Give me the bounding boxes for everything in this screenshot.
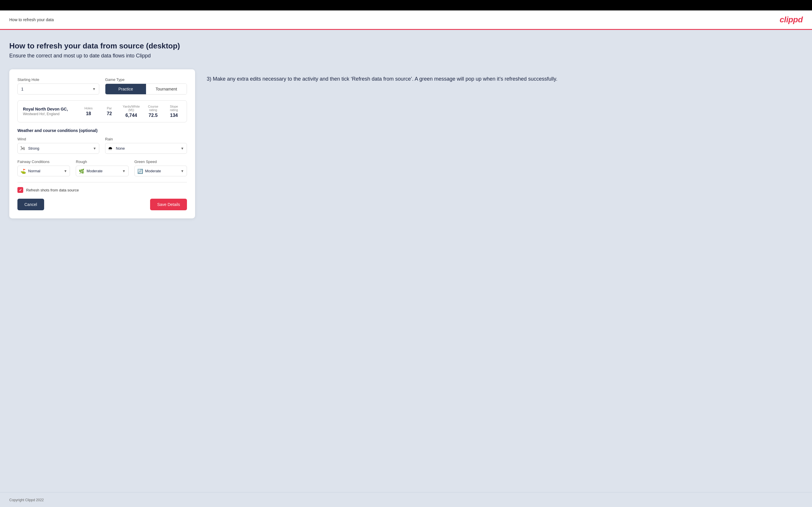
- slope-rating-value: 134: [170, 113, 178, 118]
- starting-hole-select-wrapper[interactable]: 1 10 ▼: [17, 83, 99, 95]
- green-speed-select[interactable]: Moderate Slow Fast: [135, 166, 187, 176]
- course-location: Westward Ho!, England: [23, 112, 75, 116]
- footer: Copyright Clippd 2022: [0, 492, 812, 507]
- starting-hole-select[interactable]: 1 10: [17, 83, 99, 95]
- refresh-checkbox[interactable]: [17, 187, 23, 193]
- page-subheading: Ensure the correct and most up to date d…: [9, 53, 803, 59]
- yards-value: 6,744: [125, 113, 137, 118]
- fairway-group: Fairway Conditions ⛳ Normal Soft Firm ▼: [17, 160, 70, 176]
- holes-label: Holes: [81, 106, 96, 110]
- refresh-checkbox-row[interactable]: Refresh shots from data source: [17, 187, 187, 193]
- wind-group: Wind 🌬 Strong Light None ▼: [17, 137, 99, 154]
- course-stat-holes: Holes 18: [81, 106, 96, 116]
- header: How to refresh your data clippd: [0, 10, 812, 30]
- top-form-row: Starting Hole 1 10 ▼ Game Type Practice …: [17, 77, 187, 95]
- par-value: 72: [107, 111, 112, 116]
- game-type-label: Game Type: [105, 77, 187, 82]
- fairway-select[interactable]: Normal Soft Firm: [17, 166, 70, 176]
- holes-value: 18: [86, 111, 91, 116]
- wind-select-wrapper[interactable]: 🌬 Strong Light None ▼: [17, 143, 99, 154]
- save-details-button[interactable]: Save Details: [150, 199, 187, 210]
- rough-select[interactable]: Moderate Light Heavy: [76, 166, 128, 176]
- content-area: Starting Hole 1 10 ▼ Game Type Practice …: [9, 69, 803, 218]
- cancel-button[interactable]: Cancel: [17, 199, 44, 210]
- divider: [17, 182, 187, 182]
- top-bar: [0, 0, 812, 10]
- rough-select-wrapper[interactable]: 🌿 Moderate Light Heavy ▼: [76, 166, 128, 176]
- tournament-button[interactable]: Tournament: [146, 84, 187, 94]
- wind-rain-row: Wind 🌬 Strong Light None ▼ Rain 🌧: [17, 137, 187, 154]
- form-card: Starting Hole 1 10 ▼ Game Type Practice …: [9, 69, 195, 218]
- green-speed-label: Green Speed: [135, 160, 187, 164]
- refresh-checkbox-label: Refresh shots from data source: [26, 188, 79, 192]
- starting-hole-label: Starting Hole: [17, 77, 99, 82]
- game-type-group: Game Type Practice Tournament: [105, 77, 187, 95]
- par-label: Par: [102, 106, 117, 110]
- course-rating-value: 72.5: [149, 113, 158, 118]
- logo: clippd: [780, 15, 803, 24]
- slope-rating-label: Slope rating: [166, 105, 182, 112]
- course-stat-yards: Yards/White (M)) 6,744: [122, 105, 140, 118]
- rain-group: Rain 🌧 None Light Heavy ▼: [105, 137, 187, 154]
- wind-select[interactable]: Strong Light None: [17, 143, 99, 154]
- rain-label: Rain: [105, 137, 187, 141]
- yards-label: Yards/White (M)): [122, 105, 140, 112]
- fairway-label: Fairway Conditions: [17, 160, 70, 164]
- page-heading: How to refresh your data from source (de…: [9, 42, 803, 51]
- wind-label: Wind: [17, 137, 99, 141]
- rain-select-wrapper[interactable]: 🌧 None Light Heavy ▼: [105, 143, 187, 154]
- fairway-select-wrapper[interactable]: ⛳ Normal Soft Firm ▼: [17, 166, 70, 176]
- header-title: How to refresh your data: [9, 17, 54, 22]
- course-name: Royal North Devon GC,: [23, 107, 75, 111]
- fairway-rough-green-row: Fairway Conditions ⛳ Normal Soft Firm ▼ …: [17, 160, 187, 176]
- rough-label: Rough: [76, 160, 128, 164]
- green-speed-select-wrapper[interactable]: 🔄 Moderate Slow Fast ▼: [135, 166, 187, 176]
- rain-select[interactable]: None Light Heavy: [105, 143, 187, 154]
- footer-copyright: Copyright Clippd 2022: [9, 498, 44, 502]
- side-instructions: 3) Make any extra edits necessary to the…: [207, 69, 803, 83]
- practice-button[interactable]: Practice: [105, 84, 146, 94]
- course-rating-label: Course rating: [146, 105, 161, 112]
- button-row: Cancel Save Details: [17, 199, 187, 210]
- green-speed-group: Green Speed 🔄 Moderate Slow Fast ▼: [135, 160, 187, 176]
- starting-hole-group: Starting Hole 1 10 ▼: [17, 77, 99, 95]
- game-type-toggle: Practice Tournament: [105, 83, 187, 95]
- instruction-text: 3) Make any extra edits necessary to the…: [207, 75, 803, 83]
- course-stat-par: Par 72: [102, 106, 117, 116]
- main-content: How to refresh your data from source (de…: [0, 30, 812, 492]
- course-name-section: Royal North Devon GC, Westward Ho!, Engl…: [23, 107, 75, 116]
- conditions-title: Weather and course conditions (optional): [17, 128, 187, 133]
- course-stat-slope-rating: Slope rating 134: [166, 105, 182, 118]
- rough-group: Rough 🌿 Moderate Light Heavy ▼: [76, 160, 128, 176]
- course-info-box: Royal North Devon GC, Westward Ho!, Engl…: [17, 100, 187, 122]
- course-stat-course-rating: Course rating 72.5: [146, 105, 161, 118]
